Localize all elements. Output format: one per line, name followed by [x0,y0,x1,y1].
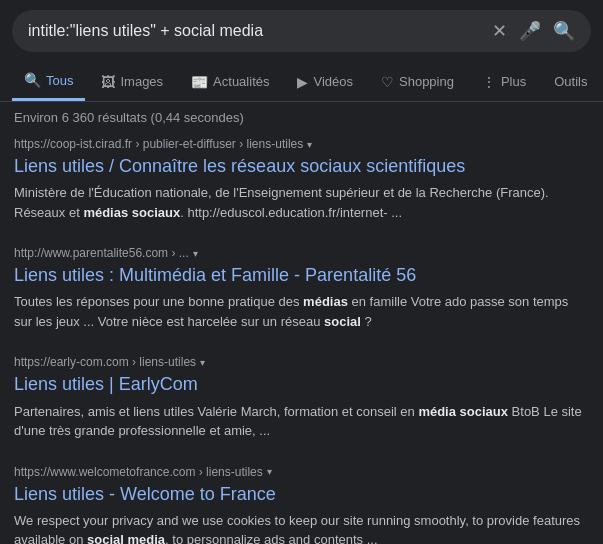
images-icon: 🖼 [101,74,115,90]
tous-icon: 🔍 [24,72,41,88]
result-url-arrow[interactable]: ▾ [307,139,312,150]
search-bar[interactable]: intitle:"liens utiles" + social media ✕ … [12,10,591,52]
result-snippet: Partenaires, amis et liens utiles Valéri… [14,402,589,441]
search-query: intitle:"liens utiles" + social media [28,22,484,40]
tab-actualites-label: Actualités [213,74,269,89]
actualites-icon: 📰 [191,74,208,90]
result-url-arrow[interactable]: ▾ [200,357,205,368]
tab-videos-label: Vidéos [313,74,353,89]
result-url: https://coop-ist.cirad.fr › publier-et-d… [14,137,303,151]
tab-images[interactable]: 🖼 Images [89,64,175,100]
search-icon-group: ✕ 🎤 🔍 [492,20,575,42]
result-snippet: We respect your privacy and we use cooki… [14,511,589,544]
tab-plus[interactable]: ⋮ Plus [470,64,538,100]
clear-icon[interactable]: ✕ [492,20,507,42]
tab-tous-label: Tous [46,73,73,88]
tab-images-label: Images [120,74,163,89]
result-url: https://www.welcometofrance.com › liens-… [14,465,263,479]
result-url-line: https://early-com.com › liens-utiles ▾ [14,355,589,369]
result-url-line: https://coop-ist.cirad.fr › publier-et-d… [14,137,589,151]
search-icon[interactable]: 🔍 [553,20,575,42]
result-snippet: Ministère de l'Éducation nationale, de l… [14,183,589,222]
results-container: https://coop-ist.cirad.fr › publier-et-d… [0,133,603,544]
result-url: https://early-com.com › liens-utiles [14,355,196,369]
result-url: http://www.parentalite56.com › ... [14,246,189,260]
tab-actualites[interactable]: 📰 Actualités [179,64,281,100]
result-item: https://coop-ist.cirad.fr › publier-et-d… [14,137,589,222]
tab-shopping-label: Shopping [399,74,454,89]
result-url-line: http://www.parentalite56.com › ... ▾ [14,246,589,260]
result-item: http://www.parentalite56.com › ... ▾ Lie… [14,246,589,331]
tab-tous[interactable]: 🔍 Tous [12,62,85,101]
nav-tabs: 🔍 Tous 🖼 Images 📰 Actualités ▶ Vidéos ♡ … [0,62,603,102]
results-count: Environ 6 360 résultats (0,44 secondes) [0,102,603,133]
result-url-arrow[interactable]: ▾ [267,466,272,477]
result-title[interactable]: Liens utiles - Welcome to France [14,482,589,507]
shopping-icon: ♡ [381,74,394,90]
result-title[interactable]: Liens utiles : Multimédia et Famille - P… [14,263,589,288]
tab-plus-label: Plus [501,74,526,89]
plus-icon: ⋮ [482,74,496,90]
voice-icon[interactable]: 🎤 [519,20,541,42]
tab-shopping[interactable]: ♡ Shopping [369,64,466,100]
tab-videos[interactable]: ▶ Vidéos [285,64,365,100]
result-snippet: Toutes les réponses pour une bonne prati… [14,292,589,331]
result-url-arrow[interactable]: ▾ [193,248,198,259]
result-title[interactable]: Liens utiles / Connaître les réseaux soc… [14,154,589,179]
videos-icon: ▶ [297,74,308,90]
result-title[interactable]: Liens utiles | EarlyCom [14,372,589,397]
result-url-line: https://www.welcometofrance.com › liens-… [14,465,589,479]
result-item: https://early-com.com › liens-utiles ▾ L… [14,355,589,440]
result-item: https://www.welcometofrance.com › liens-… [14,465,589,544]
tools-button[interactable]: Outils [542,64,599,99]
